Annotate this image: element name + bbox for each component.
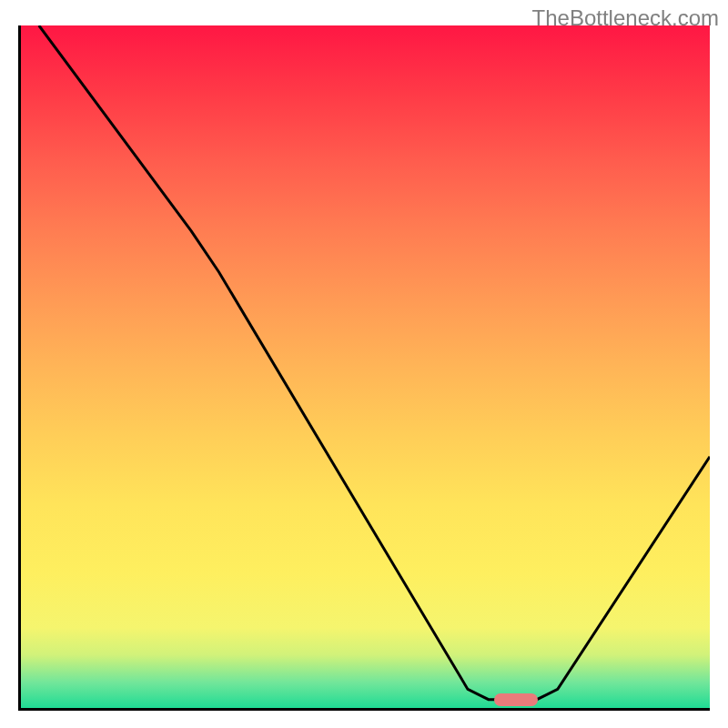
x-axis-line xyxy=(18,708,710,711)
y-axis-line xyxy=(18,25,21,710)
watermark-text: TheBottleneck.com xyxy=(532,5,719,31)
bottleneck-curve xyxy=(18,25,710,710)
optimal-point-marker xyxy=(494,693,538,706)
